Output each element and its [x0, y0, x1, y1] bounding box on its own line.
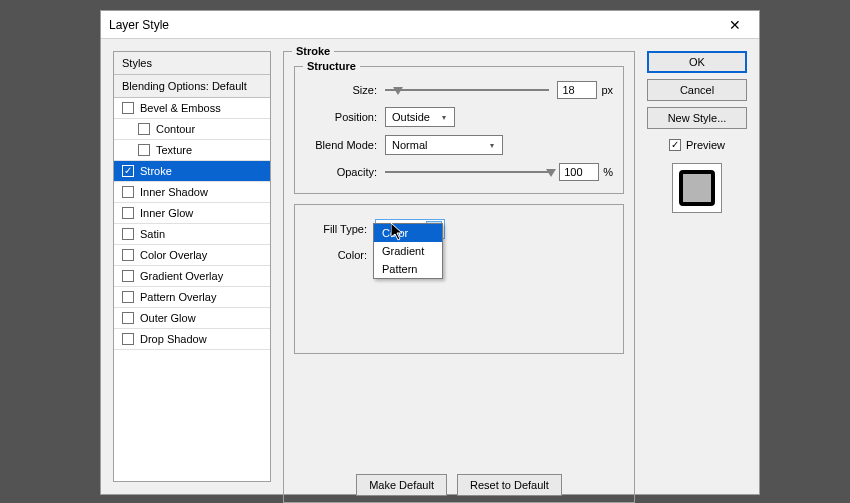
style-item-stroke[interactable]: Stroke — [114, 161, 270, 182]
style-item-satin[interactable]: Satin — [114, 224, 270, 245]
style-item-label: Texture — [156, 144, 192, 156]
style-checkbox[interactable] — [122, 270, 134, 282]
style-item-label: Bevel & Emboss — [140, 102, 221, 114]
size-slider-thumb[interactable] — [393, 87, 403, 95]
styles-panel: Styles Blending Options: Default Bevel &… — [113, 51, 271, 482]
style-item-drop-shadow[interactable]: Drop Shadow — [114, 329, 270, 350]
reset-default-button[interactable]: Reset to Default — [457, 474, 562, 496]
style-item-outer-glow[interactable]: Outer Glow — [114, 308, 270, 329]
blendmode-label: Blend Mode: — [305, 139, 385, 151]
style-checkbox[interactable] — [122, 312, 134, 324]
style-item-inner-glow[interactable]: Inner Glow — [114, 203, 270, 224]
opacity-unit: % — [603, 166, 613, 178]
dialog-content: Styles Blending Options: Default Bevel &… — [101, 39, 759, 494]
style-item-label: Drop Shadow — [140, 333, 207, 345]
style-item-label: Inner Shadow — [140, 186, 208, 198]
chevron-down-icon: ▾ — [484, 141, 500, 150]
style-checkbox[interactable] — [122, 102, 134, 114]
blendmode-select[interactable]: Normal ▾ — [385, 135, 503, 155]
titlebar: Layer Style ✕ — [101, 11, 759, 39]
chevron-down-icon: ▾ — [436, 113, 452, 122]
style-item-label: Color Overlay — [140, 249, 207, 261]
make-default-button[interactable]: Make Default — [356, 474, 447, 496]
ok-button[interactable]: OK — [647, 51, 747, 73]
preview-label: Preview — [686, 139, 725, 151]
size-unit: px — [601, 84, 613, 96]
dropdown-item-color[interactable]: Color — [374, 224, 442, 242]
style-checkbox[interactable] — [122, 165, 134, 177]
opacity-input[interactable] — [559, 163, 599, 181]
style-checkbox[interactable] — [122, 249, 134, 261]
style-checkbox[interactable] — [122, 228, 134, 240]
filltype-label: Fill Type: — [305, 223, 375, 235]
style-checkbox[interactable] — [138, 123, 150, 135]
style-item-gradient-overlay[interactable]: Gradient Overlay — [114, 266, 270, 287]
size-slider[interactable] — [385, 89, 549, 91]
dropdown-item-pattern[interactable]: Pattern — [374, 260, 442, 278]
style-item-contour[interactable]: Contour — [114, 119, 270, 140]
style-item-inner-shadow[interactable]: Inner Shadow — [114, 182, 270, 203]
dropdown-item-gradient[interactable]: Gradient — [374, 242, 442, 260]
style-item-label: Satin — [140, 228, 165, 240]
preview-inner — [679, 170, 715, 206]
opacity-label: Opacity: — [305, 166, 385, 178]
opacity-slider-thumb[interactable] — [546, 169, 556, 177]
filltype-dropdown[interactable]: Color Gradient Pattern — [373, 223, 443, 279]
fill-fieldset: Fill Type: Color ▾ Color: Color Gradient — [294, 204, 624, 354]
new-style-button[interactable]: New Style... — [647, 107, 747, 129]
style-item-color-overlay[interactable]: Color Overlay — [114, 245, 270, 266]
style-checkbox[interactable] — [122, 333, 134, 345]
position-select[interactable]: Outside ▾ — [385, 107, 455, 127]
stroke-section-label: Stroke — [292, 45, 334, 57]
size-input[interactable] — [557, 81, 597, 99]
stroke-fieldset: Stroke Structure Size: px Position: — [283, 51, 635, 503]
blending-options-header[interactable]: Blending Options: Default — [114, 75, 270, 98]
style-item-label: Inner Glow — [140, 207, 193, 219]
structure-label: Structure — [303, 60, 360, 72]
opacity-slider[interactable] — [385, 171, 551, 173]
styles-header[interactable]: Styles — [114, 52, 270, 75]
style-checkbox[interactable] — [122, 291, 134, 303]
style-item-bevel-emboss[interactable]: Bevel & Emboss — [114, 98, 270, 119]
structure-fieldset: Structure Size: px Position: Outside — [294, 66, 624, 194]
preview-checkbox-row[interactable]: Preview — [647, 139, 747, 151]
style-checkbox[interactable] — [138, 144, 150, 156]
close-icon: ✕ — [729, 17, 741, 33]
style-item-label: Outer Glow — [140, 312, 196, 324]
color-label: Color: — [305, 249, 375, 261]
style-checkbox[interactable] — [122, 207, 134, 219]
stroke-settings-panel: Stroke Structure Size: px Position: — [283, 51, 635, 482]
preview-checkbox[interactable] — [669, 139, 681, 151]
window-title: Layer Style — [109, 18, 169, 32]
style-item-label: Stroke — [140, 165, 172, 177]
style-item-label: Contour — [156, 123, 195, 135]
style-item-texture[interactable]: Texture — [114, 140, 270, 161]
style-item-pattern-overlay[interactable]: Pattern Overlay — [114, 287, 270, 308]
size-label: Size: — [305, 84, 385, 96]
position-label: Position: — [305, 111, 385, 123]
style-checkbox[interactable] — [122, 186, 134, 198]
right-panel: OK Cancel New Style... Preview — [647, 51, 747, 482]
layer-style-dialog: Layer Style ✕ Styles Blending Options: D… — [100, 10, 760, 495]
cancel-button[interactable]: Cancel — [647, 79, 747, 101]
preview-swatch — [672, 163, 722, 213]
close-button[interactable]: ✕ — [715, 14, 755, 36]
style-item-label: Pattern Overlay — [140, 291, 216, 303]
style-item-label: Gradient Overlay — [140, 270, 223, 282]
